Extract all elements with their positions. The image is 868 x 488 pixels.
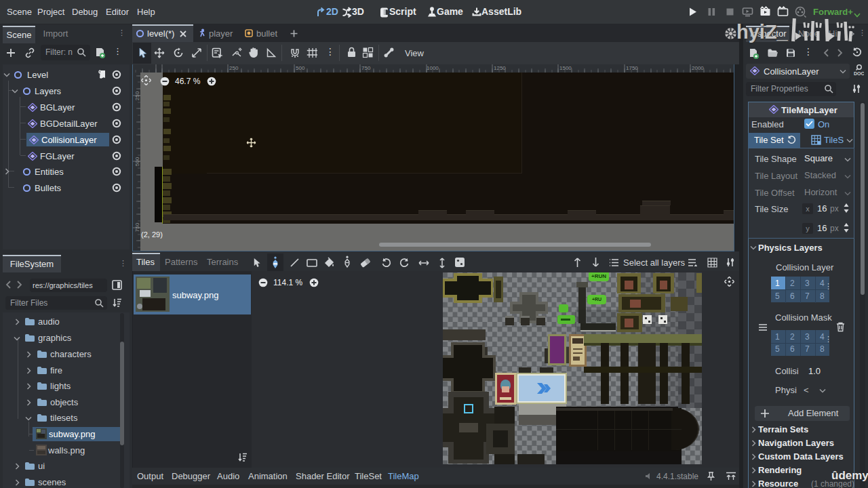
svg-text:DOC: DOC <box>854 71 864 76</box>
